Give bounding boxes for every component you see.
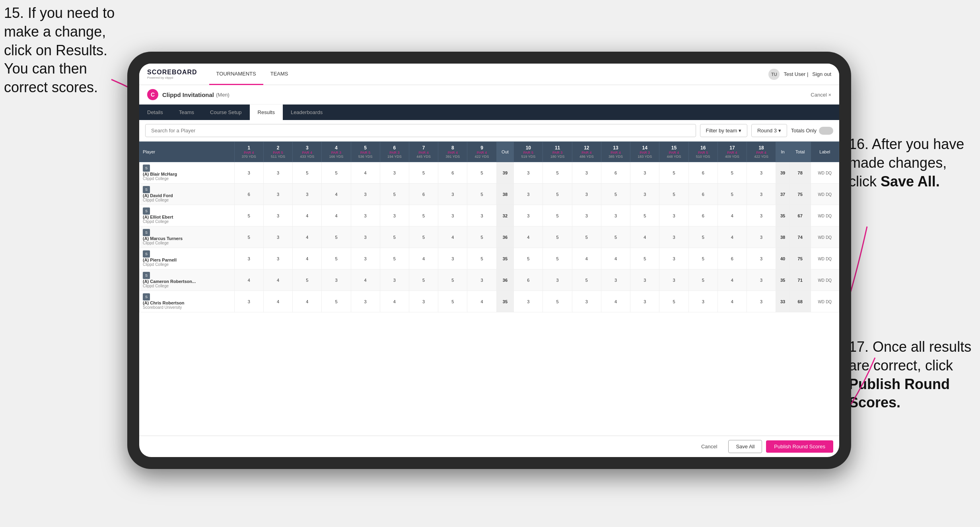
sign-out-link[interactable]: Sign out bbox=[812, 71, 831, 77]
score-hole-15[interactable]: 3 bbox=[659, 248, 688, 269]
score-hole-15[interactable]: 3 bbox=[659, 269, 688, 291]
score-hole-15[interactable]: 3 bbox=[659, 205, 688, 227]
score-hole-10[interactable]: 3 bbox=[514, 291, 543, 312]
score-hole-5[interactable]: 3 bbox=[351, 205, 380, 227]
score-hole-7[interactable]: 6 bbox=[409, 184, 438, 205]
score-hole-5[interactable]: 4 bbox=[351, 269, 380, 291]
score-hole-9[interactable]: 3 bbox=[467, 269, 496, 291]
score-hole-18[interactable]: 3 bbox=[747, 291, 776, 312]
publish-round-scores-button[interactable]: Publish Round Scores bbox=[766, 440, 833, 453]
score-hole-3[interactable]: 4 bbox=[293, 291, 322, 312]
score-hole-7[interactable]: 5 bbox=[409, 227, 438, 248]
score-hole-3[interactable]: 4 bbox=[293, 227, 322, 248]
score-hole-1[interactable]: 5 bbox=[234, 227, 263, 248]
score-hole-18[interactable]: 3 bbox=[747, 248, 776, 269]
score-hole-17[interactable]: 4 bbox=[718, 227, 747, 248]
cancel-button[interactable]: Cancel bbox=[694, 440, 724, 453]
score-hole-7[interactable]: 4 bbox=[409, 248, 438, 269]
score-hole-2[interactable]: 3 bbox=[263, 227, 292, 248]
round-selector-button[interactable]: Round 3 ▾ bbox=[751, 124, 787, 137]
score-hole-11[interactable]: 5 bbox=[543, 291, 572, 312]
score-hole-4[interactable]: 5 bbox=[322, 162, 351, 184]
score-hole-7[interactable]: 3 bbox=[409, 291, 438, 312]
score-hole-10[interactable]: 3 bbox=[514, 205, 543, 227]
score-hole-18[interactable]: 3 bbox=[747, 269, 776, 291]
score-hole-18[interactable]: 3 bbox=[747, 205, 776, 227]
score-hole-10[interactable]: 6 bbox=[514, 269, 543, 291]
score-hole-14[interactable]: 4 bbox=[630, 227, 659, 248]
score-hole-11[interactable]: 5 bbox=[543, 248, 572, 269]
score-hole-11[interactable]: 5 bbox=[543, 162, 572, 184]
wd-button[interactable]: WD bbox=[818, 235, 824, 240]
score-hole-2[interactable]: 3 bbox=[263, 205, 292, 227]
score-hole-6[interactable]: 5 bbox=[380, 248, 409, 269]
score-hole-1[interactable]: 3 bbox=[234, 248, 263, 269]
tab-course-setup[interactable]: Course Setup bbox=[202, 105, 250, 120]
score-hole-6[interactable]: 3 bbox=[380, 269, 409, 291]
score-hole-17[interactable]: 5 bbox=[718, 162, 747, 184]
score-hole-14[interactable]: 5 bbox=[630, 248, 659, 269]
score-hole-15[interactable]: 3 bbox=[659, 227, 688, 248]
score-hole-8[interactable]: 5 bbox=[438, 269, 467, 291]
dq-button[interactable]: DQ bbox=[826, 257, 832, 261]
score-hole-4[interactable]: 5 bbox=[322, 227, 351, 248]
score-hole-16[interactable]: 3 bbox=[688, 291, 718, 312]
totals-switch[interactable] bbox=[819, 127, 833, 135]
score-hole-5[interactable]: 4 bbox=[351, 162, 380, 184]
tab-leaderboards[interactable]: Leaderboards bbox=[283, 105, 331, 120]
score-hole-8[interactable]: 3 bbox=[438, 248, 467, 269]
score-hole-8[interactable]: 3 bbox=[438, 205, 467, 227]
score-hole-14[interactable]: 3 bbox=[630, 184, 659, 205]
score-hole-12[interactable]: 3 bbox=[572, 162, 601, 184]
score-hole-16[interactable]: 5 bbox=[688, 269, 718, 291]
score-hole-12[interactable]: 5 bbox=[572, 269, 601, 291]
score-hole-6[interactable]: 3 bbox=[380, 205, 409, 227]
score-hole-18[interactable]: 3 bbox=[747, 184, 776, 205]
score-hole-4[interactable]: 4 bbox=[322, 205, 351, 227]
score-hole-10[interactable]: 5 bbox=[514, 248, 543, 269]
score-hole-17[interactable]: 6 bbox=[718, 248, 747, 269]
score-hole-15[interactable]: 5 bbox=[659, 291, 688, 312]
score-hole-10[interactable]: 3 bbox=[514, 184, 543, 205]
score-hole-8[interactable]: 4 bbox=[438, 227, 467, 248]
score-hole-2[interactable]: 3 bbox=[263, 162, 292, 184]
score-hole-14[interactable]: 3 bbox=[630, 291, 659, 312]
score-hole-9[interactable]: 5 bbox=[467, 227, 496, 248]
score-hole-10[interactable]: 4 bbox=[514, 227, 543, 248]
score-hole-9[interactable]: 4 bbox=[467, 291, 496, 312]
score-hole-9[interactable]: 5 bbox=[467, 248, 496, 269]
dq-button[interactable]: DQ bbox=[826, 192, 832, 197]
score-hole-13[interactable]: 5 bbox=[601, 227, 630, 248]
score-hole-2[interactable]: 3 bbox=[263, 248, 292, 269]
score-hole-9[interactable]: 5 bbox=[467, 184, 496, 205]
score-hole-12[interactable]: 4 bbox=[572, 248, 601, 269]
score-hole-8[interactable]: 3 bbox=[438, 184, 467, 205]
dq-button[interactable]: DQ bbox=[826, 278, 832, 283]
wd-button[interactable]: WD bbox=[818, 214, 824, 218]
score-hole-12[interactable]: 3 bbox=[572, 291, 601, 312]
score-hole-6[interactable]: 3 bbox=[380, 162, 409, 184]
score-hole-17[interactable]: 4 bbox=[718, 269, 747, 291]
score-hole-1[interactable]: 5 bbox=[234, 205, 263, 227]
score-hole-2[interactable]: 4 bbox=[263, 291, 292, 312]
score-hole-8[interactable]: 5 bbox=[438, 291, 467, 312]
nav-link-tournaments[interactable]: TOURNAMENTS bbox=[209, 64, 263, 85]
score-hole-16[interactable]: 6 bbox=[688, 205, 718, 227]
score-hole-4[interactable]: 3 bbox=[322, 269, 351, 291]
score-hole-11[interactable]: 5 bbox=[543, 227, 572, 248]
score-hole-8[interactable]: 6 bbox=[438, 162, 467, 184]
score-hole-15[interactable]: 5 bbox=[659, 184, 688, 205]
score-hole-11[interactable]: 3 bbox=[543, 269, 572, 291]
cancel-tournament-button[interactable]: Cancel × bbox=[811, 92, 831, 98]
score-hole-2[interactable]: 3 bbox=[263, 184, 292, 205]
score-hole-6[interactable]: 5 bbox=[380, 184, 409, 205]
score-hole-5[interactable]: 3 bbox=[351, 291, 380, 312]
score-hole-1[interactable]: 3 bbox=[234, 291, 263, 312]
score-hole-13[interactable]: 6 bbox=[601, 162, 630, 184]
score-hole-17[interactable]: 4 bbox=[718, 291, 747, 312]
search-input[interactable] bbox=[145, 124, 696, 137]
score-hole-9[interactable]: 3 bbox=[467, 205, 496, 227]
score-hole-1[interactable]: 6 bbox=[234, 184, 263, 205]
score-hole-17[interactable]: 4 bbox=[718, 205, 747, 227]
score-hole-18[interactable]: 3 bbox=[747, 227, 776, 248]
